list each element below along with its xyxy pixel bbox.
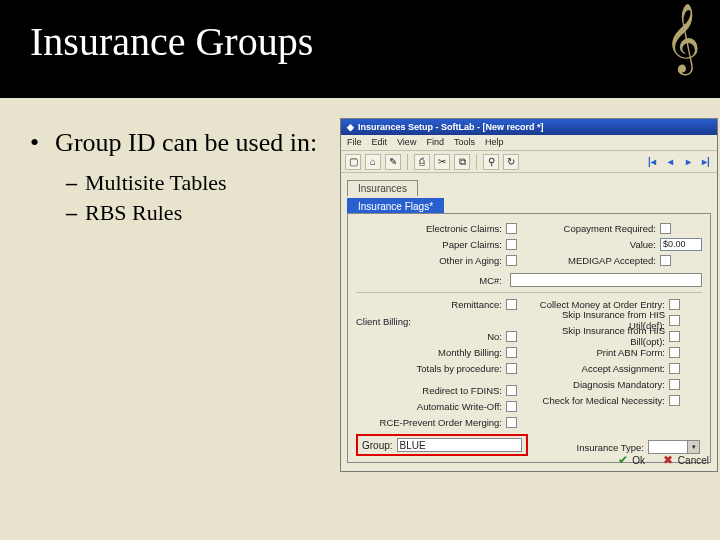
cancel-button[interactable]: ✖ Cancel: [661, 453, 709, 467]
checkbox-diagnosis-mandatory[interactable]: [669, 379, 680, 390]
menu-bar: File Edit View Find Tools Help: [341, 135, 717, 151]
find-icon[interactable]: ⚲: [483, 154, 499, 170]
label-other-in-aging: Other in Aging:: [356, 255, 506, 266]
checkbox-medigap[interactable]: [660, 255, 671, 266]
dash-icon: –: [66, 170, 77, 196]
nav-first-icon[interactable]: |◂: [645, 154, 659, 170]
section-client-billing: Client Billing:: [356, 316, 529, 327]
label-collect-money: Collect Money at Order Entry:: [529, 299, 669, 310]
label-medigap: MEDIGAP Accepted:: [520, 255, 660, 266]
label-redirect-fdins: Redirect to FDINS:: [356, 385, 506, 396]
label-auto-writeoff: Automatic Write-Off:: [356, 401, 506, 412]
nav-last-icon[interactable]: ▸|: [699, 154, 713, 170]
menu-tools[interactable]: Tools: [454, 137, 475, 148]
checkbox-other-in-aging[interactable]: [506, 255, 517, 266]
checkbox-remittance[interactable]: [506, 299, 517, 310]
label-check-medical-necessity: Check for Medical Necessity:: [529, 395, 669, 406]
new-icon[interactable]: ▢: [345, 154, 361, 170]
slide-header: Insurance Groups 𝄞: [0, 0, 720, 98]
menu-find[interactable]: Find: [426, 137, 444, 148]
tab-strip-2: Insurance Flags*: [347, 197, 717, 213]
music-decoration-icon: 𝄞: [665, 8, 700, 68]
label-cb-totals: Totals by procedure:: [356, 363, 506, 374]
label-remittance: Remittance:: [356, 299, 506, 310]
checkbox-collect-money[interactable]: [669, 299, 680, 310]
window-title: Insurances Setup - SoftLab - [New record…: [358, 122, 544, 132]
window-titlebar: ◆ Insurances Setup - SoftLab - [New reco…: [341, 119, 717, 135]
chevron-down-icon: ▾: [687, 441, 699, 453]
cancel-label: Cancel: [678, 455, 709, 466]
flags-panel: Electronic Claims: Paper Claims: Other i…: [347, 213, 711, 463]
save-icon[interactable]: ✎: [385, 154, 401, 170]
checkbox-print-abn[interactable]: [669, 347, 680, 358]
copy-icon[interactable]: ⧉: [454, 154, 470, 170]
divider: [356, 292, 702, 293]
group-value: BLUE: [400, 440, 426, 451]
mc-number-field[interactable]: [510, 273, 702, 287]
tab-insurances[interactable]: Insurances: [347, 180, 418, 196]
label-value: Value:: [520, 239, 660, 250]
toolbar: ▢ ⌂ ✎ ⎙ ✂ ⧉ ⚲ ↻ |◂ ◂ ▸ ▸|: [341, 151, 717, 173]
dialog-button-bar: ✔ Ok ✖ Cancel: [616, 453, 709, 467]
checkbox-paper-claims[interactable]: [506, 239, 517, 250]
app-window: ◆ Insurances Setup - SoftLab - [New reco…: [340, 118, 718, 472]
value-field[interactable]: $0.00: [660, 238, 702, 251]
checkbox-cb-totals[interactable]: [506, 363, 517, 374]
group-row-highlight: Group: BLUE: [356, 434, 528, 456]
bullet-level2-2: – RBS Rules: [66, 200, 340, 226]
bullet-text: Group ID can be used in:: [55, 128, 317, 158]
checkbox-electronic-claims[interactable]: [506, 223, 517, 234]
bullet-column: • Group ID can be used in: – Multisite T…: [30, 128, 340, 230]
label-accept-assignment: Accept Assignment:: [529, 363, 669, 374]
label-print-abn: Print ABN Form:: [529, 347, 669, 358]
insurance-type-dropdown[interactable]: ▾: [648, 440, 700, 454]
checkbox-cb-monthly[interactable]: [506, 347, 517, 358]
close-icon: ✖: [661, 453, 675, 467]
menu-view[interactable]: View: [397, 137, 416, 148]
checkbox-skip-util[interactable]: [669, 315, 680, 326]
label-insurance-type: Insurance Type:: [577, 442, 644, 453]
label-cb-monthly: Monthly Billing:: [356, 347, 506, 358]
refresh-icon[interactable]: ↻: [503, 154, 519, 170]
label-electronic-claims: Electronic Claims:: [356, 223, 506, 234]
tab-insurance-flags[interactable]: Insurance Flags*: [347, 198, 444, 214]
group-input[interactable]: BLUE: [397, 438, 522, 452]
cut-icon[interactable]: ✂: [434, 154, 450, 170]
nav-next-icon[interactable]: ▸: [681, 154, 695, 170]
label-mc-number: MC#:: [356, 275, 506, 286]
toolbar-separator: [476, 154, 477, 170]
menu-help[interactable]: Help: [485, 137, 504, 148]
label-group: Group:: [362, 440, 393, 451]
open-icon[interactable]: ⌂: [365, 154, 381, 170]
checkbox-cb-no[interactable]: [506, 331, 517, 342]
app-icon: ◆: [347, 122, 354, 132]
sub-bullet-text: Multisite Tables: [85, 170, 227, 196]
checkbox-redirect-fdins[interactable]: [506, 385, 517, 396]
label-copayment-required: Copayment Required:: [520, 223, 660, 234]
slide-title: Insurance Groups: [30, 18, 690, 65]
nav-prev-icon[interactable]: ◂: [663, 154, 677, 170]
checkbox-copayment-required[interactable]: [660, 223, 671, 234]
insurance-type-row: Insurance Type: ▾: [577, 440, 700, 454]
tab-strip: Insurances: [347, 179, 717, 195]
label-skip-bill: Skip Insurance from HIS Bill(opt):: [529, 325, 669, 347]
print-icon[interactable]: ⎙: [414, 154, 430, 170]
label-paper-claims: Paper Claims:: [356, 239, 506, 250]
check-icon: ✔: [616, 453, 630, 467]
sub-bullet-text: RBS Rules: [85, 200, 182, 226]
dash-icon: –: [66, 200, 77, 226]
bullet-level2-1: – Multisite Tables: [66, 170, 340, 196]
toolbar-separator: [407, 154, 408, 170]
bullet-level1: • Group ID can be used in:: [30, 128, 340, 158]
menu-edit[interactable]: Edit: [372, 137, 388, 148]
checkbox-skip-bill[interactable]: [669, 331, 680, 342]
checkbox-rce-prevent[interactable]: [506, 417, 517, 428]
menu-file[interactable]: File: [347, 137, 362, 148]
ok-button[interactable]: ✔ Ok: [616, 453, 646, 467]
label-rce-prevent: RCE-Prevent Order Merging:: [356, 417, 506, 428]
checkbox-accept-assignment[interactable]: [669, 363, 680, 374]
checkbox-auto-writeoff[interactable]: [506, 401, 517, 412]
ok-label: Ok: [632, 455, 645, 466]
checkbox-check-medical-necessity[interactable]: [669, 395, 680, 406]
bullet-dot-icon: •: [30, 128, 39, 158]
